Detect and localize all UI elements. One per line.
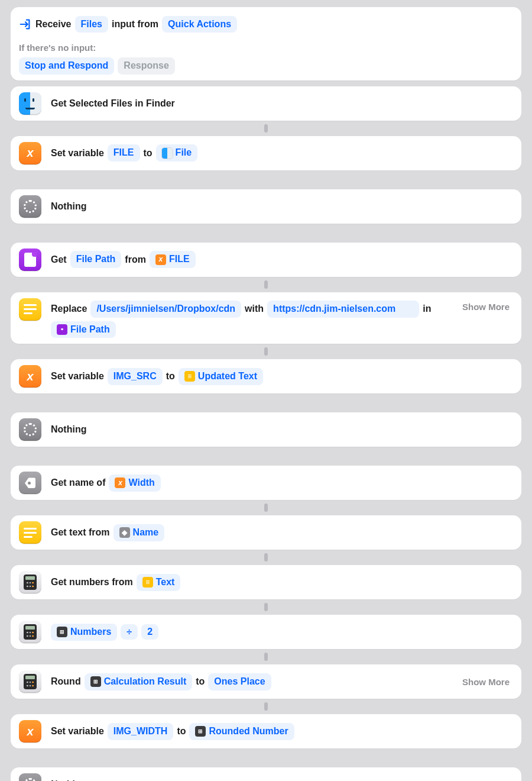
variable-token[interactable]: x Width bbox=[109, 475, 160, 492]
finder-icon bbox=[19, 92, 41, 115]
source-token-text: Calculation Result bbox=[104, 676, 187, 688]
connector bbox=[11, 603, 521, 611]
tag-icon bbox=[19, 472, 41, 494]
to-label: to bbox=[166, 371, 175, 382]
no-input-action-token[interactable]: Stop and Respond bbox=[19, 57, 114, 75]
no-input-response-token[interactable]: Response bbox=[118, 57, 174, 75]
show-more-button[interactable]: Show More bbox=[462, 298, 513, 312]
action-nothing[interactable]: Nothing bbox=[11, 189, 521, 224]
action-round[interactable]: Round ⊞ Calculation Result to Ones Place… bbox=[11, 664, 521, 699]
variable-token[interactable]: x FILE bbox=[150, 251, 196, 268]
variable-value-text: Rounded Number bbox=[209, 725, 288, 738]
source-token-text: File Path bbox=[70, 324, 110, 336]
calc-chip-icon: ⊞ bbox=[57, 627, 67, 637]
action-prefix: Replace bbox=[51, 304, 87, 314]
tag-chip-icon: ◆ bbox=[119, 527, 130, 538]
action-get-name[interactable]: Get name of x Width bbox=[11, 466, 521, 500]
variable-token-text: Width bbox=[128, 477, 154, 489]
action-title: Nothing bbox=[51, 424, 86, 435]
action-get-file-path[interactable]: Get File Path from x FILE bbox=[11, 243, 521, 277]
file-chip-icon: ▪ bbox=[57, 324, 67, 335]
nothing-icon bbox=[19, 773, 41, 781]
no-input-label: If there's no input: bbox=[19, 43, 513, 53]
action-prefix: Get numbers from bbox=[51, 577, 133, 588]
input-from-label: input from bbox=[112, 19, 158, 30]
variable-name-token[interactable]: FILE bbox=[108, 144, 140, 162]
file-icon bbox=[19, 248, 41, 271]
action-get-selected-files[interactable]: Get Selected Files in Finder bbox=[11, 86, 521, 121]
action-prefix: Set variable bbox=[51, 148, 104, 159]
connector bbox=[11, 553, 521, 561]
calculator-icon bbox=[19, 571, 41, 593]
calc-chip-icon: ⊞ bbox=[90, 676, 101, 687]
action-prefix: Set variable bbox=[51, 726, 104, 737]
action-prefix: Get text from bbox=[51, 527, 110, 538]
source-token[interactable]: ≡ Text bbox=[137, 574, 181, 591]
to-label: to bbox=[177, 726, 186, 737]
action-set-variable-file[interactable]: x Set variable FILE to File bbox=[11, 136, 521, 170]
action-nothing[interactable]: Nothing bbox=[11, 412, 521, 447]
from-label: from bbox=[125, 254, 146, 265]
nothing-icon bbox=[19, 195, 41, 218]
action-prefix: Get bbox=[51, 254, 67, 265]
variable-icon: x bbox=[19, 720, 41, 743]
action-set-variable-imgsrc[interactable]: x Set variable IMG_SRC to ≡ Updated Text bbox=[11, 359, 521, 393]
variable-value-token[interactable]: File bbox=[156, 144, 198, 162]
variable-name-token[interactable]: IMG_WIDTH bbox=[108, 723, 174, 740]
variable-value-token[interactable]: ⊞ Rounded Number bbox=[189, 723, 294, 740]
calc-chip-icon: ⊞ bbox=[195, 726, 206, 737]
connector bbox=[11, 702, 521, 711]
action-prefix: Get name of bbox=[51, 477, 105, 488]
to-label: to bbox=[196, 676, 205, 687]
operator-token[interactable]: ÷ bbox=[121, 624, 138, 640]
text-chip-icon: ≡ bbox=[142, 577, 153, 588]
action-get-numbers[interactable]: Get numbers from ≡ Text bbox=[11, 565, 521, 599]
workflow-input-card: Receive Files input from Quick Actions I… bbox=[11, 7, 521, 80]
text-icon bbox=[19, 521, 41, 544]
finder-chip-icon bbox=[162, 148, 173, 159]
action-calculate[interactable]: ⊞ Numbers ÷ 2 bbox=[11, 615, 521, 649]
variable-icon: x bbox=[19, 142, 41, 164]
source-token-text: Text bbox=[156, 576, 175, 589]
variable-chip-icon: x bbox=[115, 477, 125, 488]
operand-left-token[interactable]: ⊞ Numbers bbox=[51, 624, 117, 641]
input-receive-row: Receive Files input from Quick Actions bbox=[19, 13, 513, 36]
input-type-token[interactable]: Files bbox=[75, 16, 108, 33]
input-icon bbox=[19, 18, 32, 31]
operand-right-token[interactable]: 2 bbox=[141, 624, 158, 640]
variable-token-text: FILE bbox=[169, 253, 190, 266]
action-replace-text[interactable]: Replace /Users/jimnielsen/Dropbox/cdn wi… bbox=[11, 292, 521, 344]
detail-token[interactable]: File Path bbox=[70, 251, 122, 268]
replace-text-token[interactable]: https://cdn.jim-nielsen.com bbox=[267, 301, 419, 318]
action-title: Nothing bbox=[51, 201, 86, 212]
action-prefix: Round bbox=[51, 676, 81, 687]
operand-left-text: Numbers bbox=[70, 626, 111, 638]
source-token[interactable]: ⊞ Calculation Result bbox=[85, 673, 193, 690]
action-get-text[interactable]: Get text from ◆ Name bbox=[11, 515, 521, 550]
variable-value-token[interactable]: ≡ Updated Text bbox=[179, 368, 263, 385]
source-token-text: Name bbox=[133, 527, 159, 539]
connector bbox=[11, 504, 521, 512]
source-token[interactable]: ◆ Name bbox=[113, 524, 165, 541]
text-icon bbox=[19, 298, 41, 321]
variable-name-token[interactable]: IMG_SRC bbox=[108, 368, 163, 385]
variable-icon: x bbox=[19, 365, 41, 388]
action-title: Get Selected Files in Finder bbox=[51, 98, 175, 109]
connector bbox=[11, 124, 521, 133]
text-chip-icon: ≡ bbox=[184, 371, 195, 382]
variable-value-text: Updated Text bbox=[198, 370, 257, 383]
nothing-icon bbox=[19, 418, 41, 441]
variable-value-text: File bbox=[176, 147, 192, 159]
action-nothing[interactable]: Nothing bbox=[11, 767, 521, 781]
source-token[interactable]: ▪ File Path bbox=[51, 321, 116, 338]
connector bbox=[11, 653, 521, 661]
action-set-variable-imgwidth[interactable]: x Set variable IMG_WIDTH to ⊞ Rounded Nu… bbox=[11, 714, 521, 748]
with-label: with bbox=[245, 304, 264, 314]
find-text-token[interactable]: /Users/jimnielsen/Dropbox/cdn bbox=[90, 301, 241, 318]
show-more-button[interactable]: Show More bbox=[462, 677, 513, 687]
in-label: in bbox=[423, 304, 431, 314]
receive-label: Receive bbox=[35, 19, 72, 30]
calculator-icon bbox=[19, 621, 41, 643]
input-source-token[interactable]: Quick Actions bbox=[162, 16, 237, 33]
place-token[interactable]: Ones Place bbox=[208, 673, 271, 690]
